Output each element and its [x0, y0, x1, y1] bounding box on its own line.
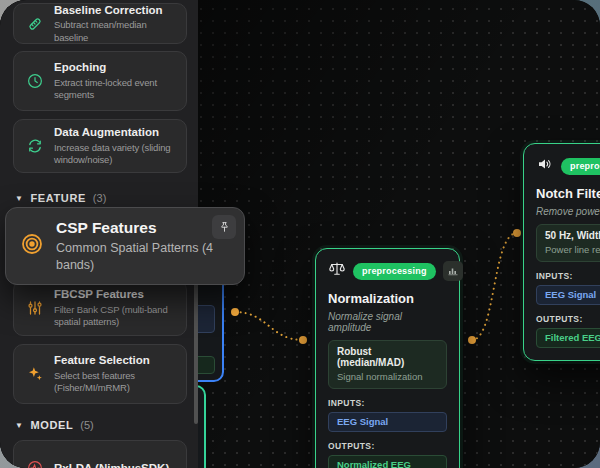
palette-card-epoching[interactable]: Epoching Extract time-locked event segme… [13, 51, 187, 111]
output-port-normalized-eeg[interactable]: Normalized EEG [328, 455, 447, 468]
config-subtitle: Power line removal [545, 244, 600, 255]
target-icon [20, 232, 44, 260]
sliders-icon [26, 299, 44, 317]
section-count: (5) [80, 419, 93, 431]
section-header-feature[interactable]: ▼ FEATURE (3) [15, 192, 106, 204]
palette-card-desc: Subtract mean/median baseline [54, 19, 178, 44]
outputs-label: OUTPUTS: [328, 441, 447, 451]
palette-card-title: Feature Selection [54, 353, 178, 367]
palette-card-csp-features-elevated[interactable]: CSP Features Common Spatial Patterns (4 … [5, 207, 245, 285]
palette-card-data-augmentation[interactable]: Data Augmentation Increase data variety … [13, 119, 187, 173]
config-title: Robust (median/MAD) [337, 346, 438, 368]
input-port-eeg-signal[interactable]: EEG Signal [328, 412, 447, 432]
palette-card-baseline-correction[interactable]: Baseline Correction Subtract mean/median… [13, 3, 187, 44]
palette-card-rxlda[interactable]: RxLDA (NimbusSDK) [13, 440, 187, 468]
node-notch-filter[interactable]: preprocessing Notch Filter Remove power … [523, 143, 600, 361]
node-normalization[interactable]: preprocessing Normalization Normalize si… [315, 248, 460, 468]
clock-icon [26, 72, 44, 90]
inputs-label: INPUTS: [328, 398, 447, 408]
config-title: 50 Hz, Width 2 Hz [545, 230, 600, 241]
node-title: Notch Filter [536, 186, 600, 201]
sparkles-icon [26, 365, 44, 383]
output-port-filtered-eeg[interactable]: Filtered EEG [536, 328, 600, 348]
category-badge: preprocessing [561, 158, 600, 175]
palette-card-desc: Filter Bank CSP (multi-band spatial patt… [54, 304, 178, 329]
palette-card-title: RxLDA (NimbusSDK) [54, 461, 169, 468]
inputs-label: INPUTS: [536, 271, 600, 281]
chevron-down-icon: ▼ [15, 194, 24, 203]
config-box[interactable]: 50 Hz, Width 2 Hz Power line removal [536, 224, 600, 262]
app-window: preprocessing Normalization Normalize si… [0, 0, 600, 468]
bar-chart-icon [447, 265, 459, 277]
activity-icon [26, 459, 44, 468]
config-subtitle: Signal normalization [337, 371, 438, 382]
section-count: (3) [93, 192, 106, 204]
category-badge: preprocessing [353, 263, 436, 280]
palette-card-title: FBCSP Features [54, 287, 178, 301]
scales-icon [328, 260, 346, 282]
node-description: Remove power line [536, 206, 600, 217]
palette-card-feature-selection[interactable]: Feature Selection Select best features (… [13, 344, 187, 404]
pin-icon [218, 221, 231, 234]
palette-card-desc: Select best features (Fisher/MI/mRMR) [54, 370, 178, 395]
node-title: Normalization [328, 291, 447, 306]
palette-card-desc: Extract time-locked event segments [54, 77, 178, 102]
refresh-icon [26, 137, 44, 155]
metrics-button[interactable] [443, 261, 463, 281]
section-header-model[interactable]: ▼ MODEL (5) [15, 419, 94, 431]
section-label: FEATURE [31, 192, 86, 204]
outputs-label: OUTPUTS: [536, 314, 600, 324]
chevron-down-icon: ▼ [15, 421, 24, 430]
input-port-eeg-signal[interactable]: EEG Signal [536, 285, 600, 305]
palette-card-title: Epoching [54, 60, 178, 74]
palette-card-fbcsp-features[interactable]: FBCSP Features Filter Bank CSP (multi-ba… [13, 280, 187, 336]
pin-button[interactable] [212, 215, 236, 239]
speaker-icon [536, 155, 554, 177]
palette-card-title: Data Augmentation [54, 125, 178, 139]
palette-card-title: CSP Features [56, 219, 224, 237]
section-label: MODEL [31, 419, 74, 431]
ruler-icon [26, 15, 44, 33]
config-box[interactable]: Robust (median/MAD) Signal normalization [328, 340, 447, 389]
palette-card-desc: Increase data variety (sliding window/no… [54, 142, 178, 167]
node-description: Normalize signal amplitude [328, 311, 447, 333]
palette-card-title: Baseline Correction [54, 3, 178, 17]
palette-card-desc: Common Spatial Patterns (4 bands) [56, 240, 224, 273]
